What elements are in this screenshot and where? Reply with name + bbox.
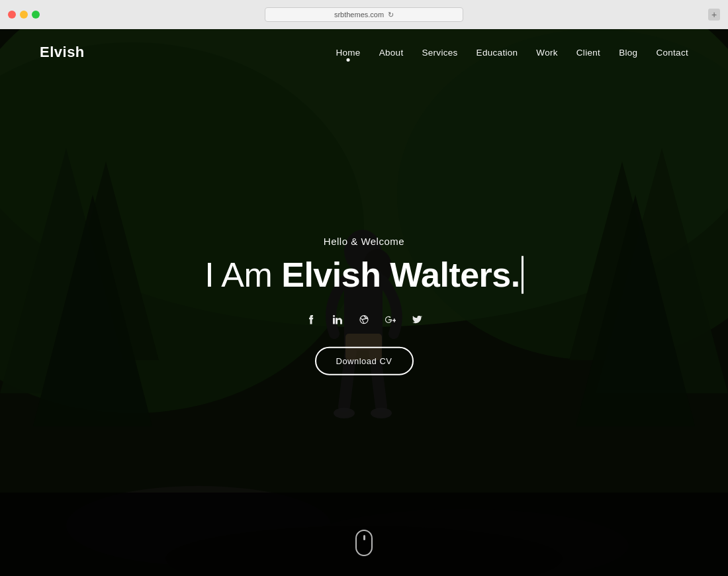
refresh-icon[interactable]: ↻ xyxy=(388,11,394,19)
social-icons xyxy=(132,312,596,327)
linkedin-icon[interactable] xyxy=(330,312,345,327)
googleplus-icon[interactable] xyxy=(383,312,398,327)
url-text: srbthemes.com xyxy=(334,11,384,19)
close-button[interactable] xyxy=(8,11,16,19)
minimize-button[interactable] xyxy=(20,11,28,19)
brand-logo[interactable]: Elvish xyxy=(40,44,85,61)
new-tab-button[interactable]: + xyxy=(708,9,720,21)
facebook-icon[interactable] xyxy=(304,312,318,327)
hero-title-prefix: I Am xyxy=(205,256,281,294)
hero-title: I Am Elvish Walters. xyxy=(132,256,596,294)
mouse-icon xyxy=(355,530,373,556)
nav-item-blog[interactable]: Blog xyxy=(619,48,637,58)
mouse-wheel xyxy=(363,535,365,540)
download-cv-button[interactable]: Download CV xyxy=(315,347,414,375)
twitter-icon[interactable] xyxy=(410,312,424,327)
nav-links: Home About Services Education Work Clien… xyxy=(336,48,688,58)
svg-point-22 xyxy=(333,315,335,317)
maximize-button[interactable] xyxy=(32,11,40,19)
hero-welcome-text: Hello & Welcome xyxy=(132,236,596,247)
browser-chrome: srbthemes.com ↻ + xyxy=(0,0,728,29)
hero-title-name: Elvish Walters. xyxy=(281,256,520,294)
nav-item-about[interactable]: About xyxy=(379,48,404,58)
nav-item-education[interactable]: Education xyxy=(477,48,518,58)
cursor-blink xyxy=(522,256,523,294)
navbar: Elvish Home About Services Education Wor… xyxy=(0,29,728,75)
nav-item-services[interactable]: Services xyxy=(422,48,457,58)
website: Elvish Home About Services Education Wor… xyxy=(0,29,728,576)
nav-item-client[interactable]: Client xyxy=(576,48,600,58)
address-bar[interactable]: srbthemes.com ↻ xyxy=(265,7,463,22)
nav-item-contact[interactable]: Contact xyxy=(656,48,688,58)
svg-point-23 xyxy=(360,316,368,324)
svg-rect-21 xyxy=(333,318,335,324)
nav-item-home[interactable]: Home xyxy=(336,48,360,58)
nav-item-work[interactable]: Work xyxy=(536,48,557,58)
dribbble-icon[interactable] xyxy=(357,312,371,327)
hero-content: Hello & Welcome I Am Elvish Walters. xyxy=(132,236,596,375)
scroll-indicator xyxy=(355,530,373,556)
traffic-lights xyxy=(8,11,40,19)
